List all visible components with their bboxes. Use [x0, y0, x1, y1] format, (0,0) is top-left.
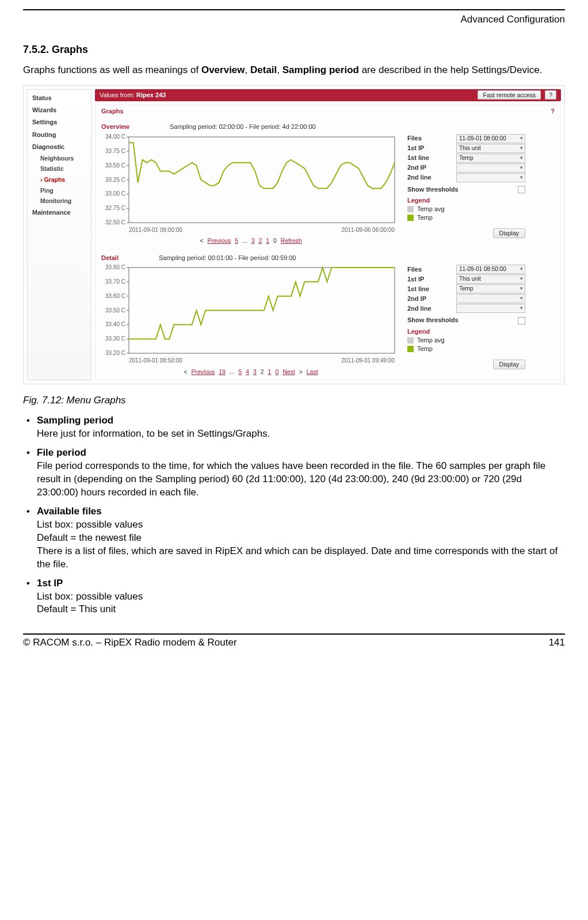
ov-2ndip-label: 2nd IP — [407, 164, 426, 171]
help-icon[interactable]: ? — [545, 90, 556, 100]
ov-2ndline-label: 2nd line — [407, 174, 432, 181]
ov-nav-1[interactable]: 1 — [266, 237, 269, 244]
de-nav-3[interactable]: 3 — [253, 368, 257, 375]
svg-text:2011-09-06 06:00:00: 2011-09-06 06:00:00 — [341, 227, 395, 233]
de-nav-4[interactable]: 4 — [246, 368, 249, 375]
figure-screenshot: Status Wizards Settings Routing Diagnost… — [23, 85, 565, 384]
sidebar-item-ping[interactable]: Ping — [28, 185, 91, 196]
overview-period-label: Sampling period: 02:00:00 - File period:… — [170, 123, 316, 131]
de-legend-temp-swatch — [407, 346, 414, 352]
ov-display-button[interactable]: Display — [493, 228, 525, 238]
ov-1stline-select[interactable]: Temp — [456, 154, 525, 163]
ov-1stline-label: 1st line — [407, 154, 429, 162]
intro-text: Graphs functions as well as meanings of — [23, 64, 201, 75]
de-2ndip-select[interactable]: . — [456, 294, 525, 303]
intro-sampling: Sampling period — [282, 64, 359, 75]
sidebar-item-maintenance[interactable]: Maintenance — [28, 207, 91, 219]
svg-rect-0 — [129, 137, 395, 223]
term-file-period: File period — [37, 447, 86, 458]
ov-show-thresholds-checkbox[interactable] — [518, 186, 525, 193]
de-display-button[interactable]: Display — [493, 360, 525, 369]
ov-legend-temp-swatch — [407, 215, 414, 221]
figure-caption: Fig. 7.12: Menu Graphs — [23, 395, 565, 406]
values-from-label: Values from: — [100, 91, 135, 98]
panel-help-icon[interactable]: ? — [551, 108, 555, 115]
svg-text:2011-09-01 09:49:00: 2011-09-01 09:49:00 — [341, 357, 395, 364]
de-1stline-select[interactable]: Temp — [456, 284, 525, 293]
de-nav-last[interactable]: Last — [307, 368, 318, 375]
de-1stip-select[interactable]: This unit — [456, 274, 525, 284]
page-header: Advanced Configuration — [23, 10, 565, 28]
de-nav-1[interactable]: 1 — [268, 368, 272, 375]
intro-detail: Detail — [250, 64, 277, 75]
nav-sidebar: Status Wizards Settings Routing Diagnost… — [27, 89, 91, 380]
ov-nav-5[interactable]: 5 — [235, 237, 238, 244]
de-nav-previous[interactable]: Previous — [191, 368, 215, 375]
svg-text:32.75 C: 32.75 C — [105, 205, 125, 211]
ov-legend-temp: Temp — [417, 214, 433, 222]
overview-nav: < Previous 5 ... 3 2 1 0 Refresh — [101, 236, 400, 245]
overview-controls: Files11-09-01 08:00:00 1st IPThis unit 1… — [405, 133, 525, 245]
svg-text:33.60 C: 33.60 C — [105, 293, 125, 299]
ov-nav-3[interactable]: 3 — [251, 237, 255, 244]
ov-1stip-select[interactable]: This unit — [456, 144, 525, 153]
detail-period-label: Sampling period: 00:01:00 - File period:… — [159, 254, 296, 262]
de-1stline-label: 1st line — [407, 285, 429, 293]
ov-2ndline-select[interactable]: . — [456, 173, 525, 182]
de-legend-temp: Temp — [417, 345, 433, 353]
de-nav-5[interactable]: 5 — [239, 368, 242, 375]
ov-1stip-label: 1st IP — [407, 144, 424, 152]
ov-nav-refresh[interactable]: Refresh — [281, 237, 302, 244]
svg-text:33.50 C: 33.50 C — [105, 307, 125, 314]
svg-text:33.20 C: 33.20 C — [105, 350, 125, 356]
de-2ndline-select[interactable]: . — [456, 304, 525, 313]
de-show-thresholds-label: Show thresholds — [407, 316, 459, 324]
ov-legend-avg: Temp avg — [417, 205, 445, 213]
section-heading: 7.5.2. Graphs — [23, 44, 565, 56]
de-nav-next[interactable]: Next — [282, 368, 295, 375]
de-show-thresholds-checkbox[interactable] — [518, 317, 525, 325]
de-2ndip-label: 2nd IP — [407, 295, 426, 303]
desc-file-period: File period corresponds to the time, for… — [26, 460, 565, 499]
svg-text:33.50 C: 33.50 C — [105, 162, 125, 168]
fast-remote-access-button[interactable]: Fast remote access — [478, 90, 541, 100]
ov-files-label: Files — [407, 135, 422, 142]
detail-controls: Files11-09-01 08:50:00 1st IPThis unit 1… — [405, 264, 525, 375]
ov-2ndip-select[interactable]: . — [456, 163, 525, 173]
term-1st-ip: 1st IP — [37, 578, 63, 589]
svg-text:34.00 C: 34.00 C — [105, 133, 125, 140]
ov-nav-2[interactable]: 2 — [259, 237, 262, 244]
sidebar-item-routing[interactable]: Routing — [28, 129, 91, 141]
detail-nav: < Previous 19 ... 5 4 3 2 1 0 Next — [101, 367, 400, 376]
ov-files-select[interactable]: 11-09-01 08:00:00 — [456, 134, 525, 143]
sidebar-item-neighbours[interactable]: Neighbours — [28, 153, 91, 164]
ov-show-thresholds-label: Show thresholds — [407, 186, 459, 193]
ov-nav-previous[interactable]: Previous — [208, 237, 231, 244]
svg-text:2011-09-01 08:00:00: 2011-09-01 08:00:00 — [129, 227, 182, 233]
sidebar-item-wizards[interactable]: Wizards — [28, 104, 91, 116]
sidebar-item-settings[interactable]: Settings — [28, 116, 91, 128]
svg-text:33.25 C: 33.25 C — [105, 176, 125, 182]
de-nav-0[interactable]: 0 — [275, 368, 278, 375]
sidebar-item-monitoring[interactable]: Monitoring — [28, 196, 91, 207]
intro-overview: Overview — [201, 64, 245, 75]
de-files-label: Files — [407, 266, 422, 273]
sidebar-item-statistic[interactable]: Statistic — [28, 163, 91, 174]
definition-list: •Sampling period Here just for informati… — [23, 414, 565, 616]
sidebar-item-status[interactable]: Status — [28, 92, 91, 104]
de-nav-19[interactable]: 19 — [219, 368, 226, 375]
sidebar-item-diagnostic[interactable]: Diagnostic — [28, 141, 91, 153]
de-legend-title: Legend — [407, 328, 525, 335]
device-name: Ripex 243 — [136, 91, 166, 98]
term-sampling-period: Sampling period — [37, 415, 113, 426]
sidebar-item-graphs[interactable]: Graphs — [28, 174, 91, 185]
svg-text:33.00 C: 33.00 C — [105, 190, 125, 197]
panel-title: Graphs — [101, 108, 124, 115]
detail-chart: 33.80 C33.70 C33.60 C33.50 C33.40 C33.30… — [101, 264, 400, 375]
svg-text:33.40 C: 33.40 C — [105, 322, 125, 328]
de-files-select[interactable]: 11-09-01 08:50:00 — [456, 265, 525, 274]
intro-paragraph: Graphs functions as well as meanings of … — [23, 64, 565, 77]
header-bar: Values from: Ripex 243 Fast remote acces… — [95, 89, 561, 101]
de-1stip-label: 1st IP — [407, 276, 424, 283]
de-legend-avg-swatch — [407, 337, 414, 343]
